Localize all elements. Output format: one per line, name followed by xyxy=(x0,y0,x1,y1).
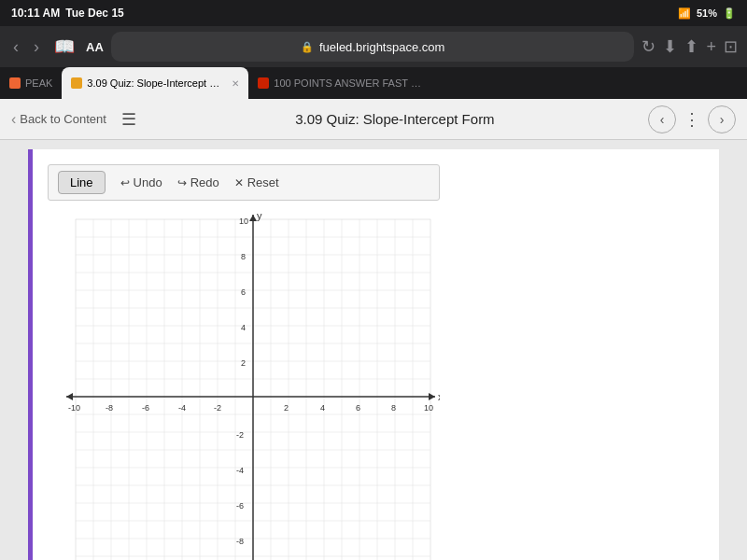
undo-button[interactable]: ↩ Undo xyxy=(120,175,162,189)
svg-text:2: 2 xyxy=(284,403,289,413)
svg-text:-6: -6 xyxy=(142,403,149,413)
graph-container[interactable]: x y -10 -8 -6 -4 -2 2 4 6 8 10 10 8 xyxy=(48,210,440,560)
status-bar: 10:11 AM Tue Dec 15 📶 51% 🔋 xyxy=(0,0,747,26)
address-bar[interactable]: 🔒 fueled.brightspace.com xyxy=(111,32,635,62)
reload-button[interactable]: ↻ xyxy=(641,36,655,57)
tab-video[interactable]: 100 POINTS ANSWER FAST Xin graphs the eq… xyxy=(248,67,435,99)
more-options-icon[interactable]: ⋮ xyxy=(680,109,704,130)
wifi-icon: 📶 xyxy=(678,7,691,20)
bookmarks-button[interactable]: 📖 xyxy=(50,35,78,59)
undo-icon: ↩ xyxy=(120,176,130,189)
tab-label-video: 100 POINTS ANSWER FAST Xin graphs the eq… xyxy=(274,77,426,89)
graph-tools: Line ↩ Undo ↪ Redo ✕ Reset xyxy=(48,164,440,201)
svg-text:2: 2 xyxy=(241,358,246,368)
svg-text:-8: -8 xyxy=(236,537,244,546)
svg-text:4: 4 xyxy=(241,323,246,332)
download-button[interactable]: ⬇ xyxy=(663,36,677,57)
tabs-bar: PEAK 3.09 Quiz: Slope-Intercept Form ✕ 1… xyxy=(0,67,747,99)
tab-peak[interactable]: PEAK xyxy=(0,67,62,99)
svg-text:y: y xyxy=(257,210,262,221)
reader-mode-button[interactable]: AA xyxy=(86,40,104,54)
tab-favicon-quiz xyxy=(71,77,82,89)
tab-favicon-video xyxy=(258,77,269,89)
menu-button[interactable]: ☰ xyxy=(116,109,142,130)
status-right: 📶 51% 🔋 xyxy=(678,7,736,20)
line-tool-button[interactable]: Line xyxy=(58,171,106,194)
svg-text:10: 10 xyxy=(239,217,248,226)
new-tab-button[interactable]: + xyxy=(706,37,716,57)
share-button[interactable]: ⬆ xyxy=(684,36,698,57)
back-to-content-link[interactable]: ‹ Back to Content xyxy=(11,111,106,128)
svg-text:-8: -8 xyxy=(106,403,113,413)
tab-favicon-peak xyxy=(9,77,21,89)
svg-text:-6: -6 xyxy=(236,501,244,511)
svg-text:-4: -4 xyxy=(236,466,244,475)
svg-marker-41 xyxy=(66,393,73,400)
svg-text:x: x xyxy=(438,391,440,402)
lock-icon: 🔒 xyxy=(301,41,314,53)
svg-text:6: 6 xyxy=(356,403,360,413)
reset-icon: ✕ xyxy=(234,176,244,189)
next-button[interactable]: › xyxy=(708,105,736,133)
tab-label-peak: PEAK xyxy=(25,77,52,89)
tab-close-quiz[interactable]: ✕ xyxy=(232,78,239,89)
back-chevron-icon: ‹ xyxy=(11,111,16,128)
content-card: Line ↩ Undo ↪ Redo ✕ Reset xyxy=(28,149,719,560)
svg-text:4: 4 xyxy=(320,403,325,413)
redo-icon: ↪ xyxy=(177,176,187,189)
forward-button[interactable]: › xyxy=(30,35,43,59)
time-display: 10:11 AM xyxy=(11,7,60,20)
browser-chrome: ‹ › 📖 AA 🔒 fueled.brightspace.com ↻ ⬇ ⬆ … xyxy=(0,26,747,67)
redo-button[interactable]: ↪ Redo xyxy=(177,175,219,189)
battery-icon: 🔋 xyxy=(723,7,736,20)
tabs-overview-button[interactable]: ⊡ xyxy=(724,36,738,57)
url-display: fueled.brightspace.com xyxy=(319,40,444,54)
svg-text:8: 8 xyxy=(391,403,396,413)
page-title: 3.09 Quiz: Slope-Intercept Form xyxy=(151,111,639,127)
svg-marker-42 xyxy=(249,215,257,221)
back-button[interactable]: ‹ xyxy=(9,35,22,59)
tab-quiz[interactable]: 3.09 Quiz: Slope-Intercept Form ✕ xyxy=(62,67,248,99)
svg-text:-2: -2 xyxy=(236,430,244,440)
main-content: Line ↩ Undo ↪ Redo ✕ Reset xyxy=(0,140,747,560)
date-display: Tue Dec 15 xyxy=(65,7,123,20)
coordinate-graph: x y -10 -8 -6 -4 -2 2 4 6 8 10 10 8 xyxy=(48,210,440,560)
status-left: 10:11 AM Tue Dec 15 xyxy=(11,7,124,20)
svg-text:6: 6 xyxy=(241,287,246,297)
svg-text:8: 8 xyxy=(241,252,246,261)
toolbar: ‹ Back to Content ☰ 3.09 Quiz: Slope-Int… xyxy=(0,99,747,140)
svg-text:-4: -4 xyxy=(178,403,186,413)
tab-label-quiz: 3.09 Quiz: Slope-Intercept Form xyxy=(87,77,225,89)
battery-display: 51% xyxy=(697,7,717,19)
svg-text:-2: -2 xyxy=(214,403,221,413)
svg-marker-40 xyxy=(429,393,435,400)
prev-button[interactable]: ‹ xyxy=(648,105,676,133)
toolbar-nav: ‹ ⋮ › xyxy=(648,105,736,133)
reset-button[interactable]: ✕ Reset xyxy=(234,175,279,189)
svg-text:-10: -10 xyxy=(68,403,80,413)
back-label: Back to Content xyxy=(20,112,106,126)
svg-text:10: 10 xyxy=(424,403,433,413)
